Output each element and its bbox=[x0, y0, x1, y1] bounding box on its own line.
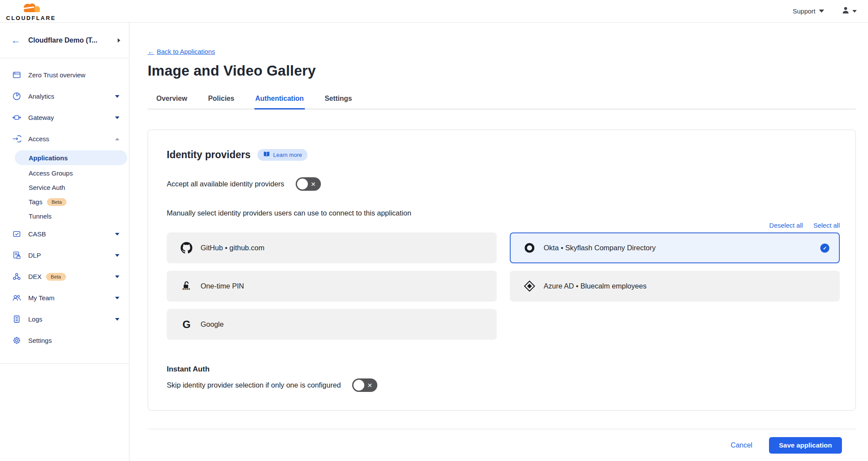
save-application-button[interactable]: Save application bbox=[769, 437, 842, 454]
team-people-icon bbox=[12, 293, 21, 302]
google-icon: G bbox=[181, 318, 192, 330]
tab-bar: Overview Policies Authentication Setting… bbox=[148, 90, 856, 109]
sidebar-item-logs[interactable]: Logs bbox=[0, 308, 129, 330]
book-icon bbox=[263, 151, 270, 159]
tab-settings[interactable]: Settings bbox=[324, 90, 353, 109]
main-content: ← Back to Applications Image and Video G… bbox=[129, 23, 868, 461]
chevron-down-icon bbox=[115, 95, 119, 98]
chevron-down-icon bbox=[852, 10, 857, 13]
user-menu[interactable] bbox=[842, 6, 857, 16]
chevron-down-icon bbox=[115, 116, 119, 119]
chevron-down-icon bbox=[115, 297, 119, 299]
back-link-label: Back to Applications bbox=[157, 48, 215, 55]
toggle-knob bbox=[297, 179, 308, 189]
back-arrow-icon[interactable]: ← bbox=[11, 35, 20, 46]
google-g-glyph: G bbox=[182, 318, 191, 331]
sidebar-item-access[interactable]: Access bbox=[0, 128, 129, 149]
sidebar-item-analytics[interactable]: Analytics bbox=[0, 86, 129, 107]
sidebar-item-tunnels[interactable]: Tunnels bbox=[0, 209, 129, 223]
footer-divider bbox=[148, 429, 856, 429]
support-menu[interactable]: Support bbox=[792, 7, 824, 15]
provider-grid: GitHub • github.com Okta • Skyflash Comp… bbox=[167, 232, 840, 340]
cloudflare-cloud-icon bbox=[19, 2, 43, 15]
sidebar-item-dex[interactable]: DEX Beta bbox=[0, 266, 129, 287]
sidebar-item-my-team[interactable]: My Team bbox=[0, 287, 129, 308]
sidebar-item-label: Settings bbox=[28, 337, 52, 344]
cancel-button[interactable]: Cancel bbox=[731, 441, 752, 449]
chevron-down-icon bbox=[115, 254, 119, 257]
provider-tile-okta[interactable]: Okta • Skyflash Company Directory ✓ bbox=[510, 232, 840, 263]
beta-badge: Beta bbox=[47, 198, 67, 206]
chevron-down-icon bbox=[115, 318, 119, 321]
sidebar-item-label: My Team bbox=[28, 294, 55, 302]
provider-tile-google[interactable]: G Google bbox=[167, 309, 497, 340]
cloudflare-wordmark: CLOUDFLARE bbox=[6, 15, 56, 21]
page-title: Image and Video Gallery bbox=[148, 63, 856, 79]
selected-check-icon: ✓ bbox=[820, 243, 829, 252]
accept-all-toggle[interactable]: ✕ bbox=[296, 177, 321, 191]
analytics-pie-icon bbox=[12, 92, 21, 101]
azure-ad-icon bbox=[524, 280, 535, 292]
svg-text:****: **** bbox=[182, 288, 190, 292]
chevron-up-icon bbox=[115, 138, 119, 140]
sidebar-item-label: CASB bbox=[28, 230, 46, 238]
tab-overview[interactable]: Overview bbox=[155, 90, 188, 109]
sidebar-subitem-label: Service Auth bbox=[29, 184, 65, 191]
provider-name: Google bbox=[201, 320, 224, 328]
sidebar-item-label: Analytics bbox=[28, 93, 54, 100]
gear-icon bbox=[12, 336, 21, 345]
accept-all-label: Accept all available identity providers bbox=[167, 180, 284, 188]
github-icon bbox=[181, 242, 192, 254]
toggle-off-x-icon: ✕ bbox=[311, 181, 316, 187]
sidebar-subitem-label: Tunnels bbox=[29, 212, 52, 220]
provider-tile-one-time-pin[interactable]: **** One-time PIN bbox=[167, 271, 497, 302]
instant-auth-heading: Instant Auth bbox=[167, 365, 840, 374]
account-switcher[interactable]: ← Cloudflare Demo (T... bbox=[0, 23, 129, 58]
provider-name: Okta • Skyflash Company Directory bbox=[544, 244, 656, 252]
account-name: Cloudflare Demo (T... bbox=[28, 36, 114, 44]
access-icon bbox=[12, 134, 21, 143]
footer-actions: Cancel Save application bbox=[148, 437, 856, 454]
sidebar-item-settings[interactable]: Settings bbox=[0, 330, 129, 351]
provider-tile-github[interactable]: GitHub • github.com bbox=[167, 232, 497, 263]
sidebar-item-dlp[interactable]: DLP bbox=[0, 245, 129, 266]
topbar: CLOUDFLARE Support bbox=[0, 0, 868, 23]
support-label: Support bbox=[792, 7, 815, 15]
chevron-right-icon bbox=[118, 38, 120, 43]
gateway-icon bbox=[12, 113, 21, 122]
sidebar-subitem-label: Access Groups bbox=[29, 169, 73, 177]
sidebar-subitem-label: Tags bbox=[29, 198, 43, 206]
instant-auth-toggle[interactable]: ✕ bbox=[352, 378, 377, 392]
sidebar-item-label: DLP bbox=[28, 252, 41, 259]
sidebar-item-casb[interactable]: CASB bbox=[0, 223, 129, 245]
learn-more-badge[interactable]: Learn more bbox=[257, 149, 307, 161]
tab-policies[interactable]: Policies bbox=[207, 90, 235, 109]
identity-providers-card: Identity providers Learn more Accept all… bbox=[148, 129, 856, 411]
sidebar-item-label: DEX bbox=[28, 273, 42, 280]
sidebar-item-access-groups[interactable]: Access Groups bbox=[0, 166, 129, 180]
logs-document-icon bbox=[12, 315, 21, 324]
sidebar-item-zero-trust-overview[interactable]: Zero Trust overview bbox=[0, 64, 129, 86]
sidebar-item-applications[interactable]: Applications bbox=[15, 150, 127, 165]
provider-name: One-time PIN bbox=[201, 282, 244, 290]
learn-more-label: Learn more bbox=[273, 152, 302, 158]
sidebar-item-label: Logs bbox=[28, 315, 43, 323]
provider-tile-azure-ad[interactable]: Azure AD • Bluecalm employees bbox=[510, 271, 840, 302]
user-avatar-icon bbox=[842, 6, 850, 16]
select-all-link[interactable]: Select all bbox=[813, 222, 840, 229]
provider-name: GitHub • github.com bbox=[201, 244, 264, 252]
sidebar-item-label: Access bbox=[28, 135, 49, 143]
back-to-applications-link[interactable]: ← Back to Applications bbox=[148, 48, 215, 55]
sidebar-item-gateway[interactable]: Gateway bbox=[0, 107, 129, 128]
beta-badge: Beta bbox=[46, 273, 66, 281]
sidebar-item-service-auth[interactable]: Service Auth bbox=[0, 180, 129, 195]
back-arrow-icon: ← bbox=[148, 48, 154, 55]
sidebar: ← Cloudflare Demo (T... Zero Trust overv… bbox=[0, 23, 129, 461]
dex-network-icon bbox=[12, 272, 21, 281]
sidebar-item-tags[interactable]: Tags Beta bbox=[0, 195, 129, 209]
chevron-down-icon bbox=[819, 10, 824, 13]
deselect-all-link[interactable]: Deselect all bbox=[769, 222, 803, 229]
cloudflare-logo[interactable]: CLOUDFLARE bbox=[6, 2, 56, 21]
sidebar-nav: Zero Trust overview Analytics Gateway bbox=[0, 58, 129, 364]
tab-authentication[interactable]: Authentication bbox=[254, 90, 305, 109]
